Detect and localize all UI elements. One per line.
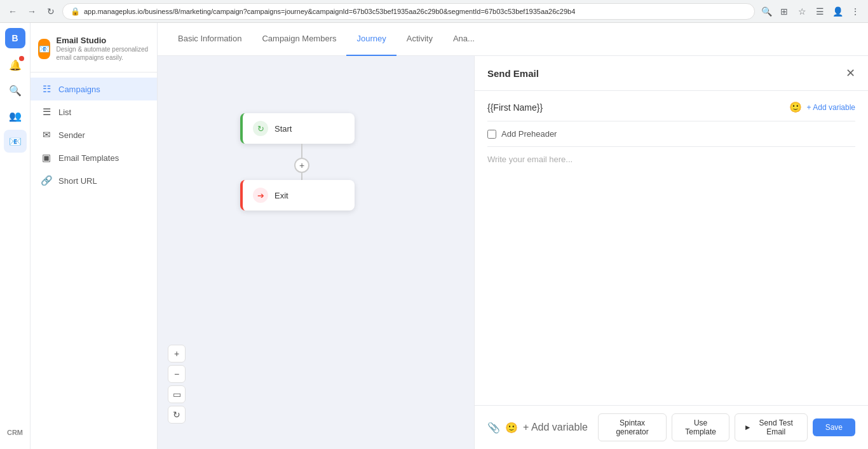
tab-activity[interactable]: Activity <box>397 23 443 56</box>
node-start[interactable]: ↻ Start <box>240 113 355 144</box>
sidebar-app-name: Email Studio <box>57 36 149 45</box>
sidebar: 📧 Email Studio Design & automate persona… <box>31 23 158 449</box>
refresh-button[interactable]: ↻ <box>168 406 186 424</box>
short-url-label: Short URL <box>58 176 97 186</box>
sidebar-item-sender[interactable]: ✉ Sender <box>31 123 157 146</box>
sidebar-item-short-url[interactable]: 🔗 Short URL <box>31 169 157 192</box>
bell-icon[interactable]: 🔔 <box>4 53 27 76</box>
start-node-icon: ↻ <box>253 121 268 136</box>
start-node-label: Start <box>275 124 292 134</box>
journey-canvas: ↻ Start + ➔ Exit + − <box>158 56 474 449</box>
panel-footer: 📎 🙂 + Add variable Spintax generator Use… <box>475 405 868 449</box>
emoji-icon[interactable]: 🙂 <box>789 101 802 113</box>
subject-actions: 🙂 + Add variable <box>789 101 855 113</box>
search-icon[interactable]: 🔍 <box>4 79 27 102</box>
emoji-footer-icon[interactable]: 🙂 <box>505 422 518 434</box>
send-test-email-button[interactable]: ► Send Test Email <box>735 413 808 441</box>
zoom-in-button[interactable]: + <box>168 345 186 363</box>
add-node-button[interactable]: + <box>294 158 309 173</box>
email-templates-icon: ▣ <box>41 152 52 163</box>
main-content: Basic Information Campaign Members Journ… <box>158 23 868 449</box>
campaigns-icon: ☷ <box>41 83 52 95</box>
menu-icon[interactable]: ⋮ <box>848 4 863 19</box>
preheader-label[interactable]: Add Preheader <box>501 129 557 139</box>
syntax-generator-button[interactable]: Spintax generator <box>598 413 667 441</box>
tab-analytics[interactable]: Ana... <box>443 23 485 56</box>
campaigns-label: Campaigns <box>58 85 100 94</box>
sidebar-logo: 📧 <box>38 39 50 59</box>
use-template-button[interactable]: Use Template <box>672 413 729 441</box>
sidebar-item-list[interactable]: ☰ List <box>31 100 157 123</box>
email-templates-label: Email Templates <box>58 153 119 163</box>
tab-campaign-members[interactable]: Campaign Members <box>252 23 346 56</box>
zoom-icon[interactable]: 🔍 <box>759 4 774 19</box>
icon-rail: B 🔔 🔍 👥 📧 CRM <box>0 23 31 449</box>
preheader-checkbox[interactable] <box>487 130 496 139</box>
tab-bar: Basic Information Campaign Members Journ… <box>158 23 868 56</box>
browser-bar: ← → ↻ 🔒 app.manageplus.io/business/8/mar… <box>0 0 868 23</box>
subject-input[interactable] <box>487 102 784 113</box>
zoom-controls: + − ▭ ↻ <box>168 345 186 424</box>
attachment-icon[interactable]: 📎 <box>487 422 500 434</box>
send-email-panel: Send Email ✕ 🙂 + Add variable <box>474 56 868 449</box>
add-variable-button[interactable]: + Add variable <box>807 103 855 112</box>
save-button[interactable]: Save <box>813 418 855 436</box>
panel-body: 🙂 + Add variable Add Preheader Write you… <box>475 91 868 405</box>
journey-flow: ↻ Start + ➔ Exit + − <box>158 56 474 449</box>
email-body-area[interactable]: Write your email here... <box>487 155 855 395</box>
list-icon: ☰ <box>41 106 52 118</box>
sidebar-item-email-templates[interactable]: ▣ Email Templates <box>31 146 157 169</box>
short-url-icon: 🔗 <box>41 175 52 186</box>
people-icon[interactable]: 👥 <box>4 104 27 127</box>
footer-add-variable-button[interactable]: + Add variable <box>523 422 588 433</box>
brand-icon[interactable]: B <box>5 28 25 48</box>
list-label: List <box>58 107 71 117</box>
email-body-placeholder: Write your email here... <box>487 155 573 164</box>
preheader-row: Add Preheader <box>487 129 855 147</box>
sidebar-app-desc: Design & automate personalized email cam… <box>57 45 149 62</box>
back-button[interactable]: ← <box>5 4 20 19</box>
close-icon[interactable]: ✕ <box>846 66 855 80</box>
tab-journey[interactable]: Journey <box>346 23 396 56</box>
sidebar-item-campaigns[interactable]: ☷ Campaigns <box>31 78 157 100</box>
subject-row: 🙂 + Add variable <box>487 101 855 121</box>
url-bar[interactable]: 🔒 app.manageplus.io/business/8/marketing… <box>62 3 755 20</box>
forward-button[interactable]: → <box>24 4 39 19</box>
profile-icon[interactable]: 👤 <box>830 4 845 19</box>
bookmark-list-icon[interactable]: ⊞ <box>776 4 792 19</box>
exit-node-icon: ➔ <box>253 188 268 203</box>
exit-node-label: Exit <box>275 191 288 200</box>
node-exit[interactable]: ➔ Exit <box>240 180 355 211</box>
sidebar-toggle-icon[interactable]: ☰ <box>812 4 827 19</box>
sender-label: Sender <box>58 130 85 140</box>
browser-actions: 🔍 ⊞ ☆ ☰ 👤 ⋮ <box>759 4 863 19</box>
fit-view-button[interactable]: ▭ <box>168 385 186 403</box>
reload-button[interactable]: ↻ <box>43 4 58 19</box>
sender-icon: ✉ <box>41 129 52 141</box>
panel-header: Send Email ✕ <box>475 56 868 91</box>
email-icon[interactable]: 📧 <box>4 130 27 153</box>
tab-basic-information[interactable]: Basic Information <box>168 23 252 56</box>
panel-title: Send Email <box>487 68 539 79</box>
url-text: app.manageplus.io/business/8/marketing/c… <box>84 8 575 15</box>
crm-icon[interactable]: CRM <box>4 421 27 444</box>
app-container: B 🔔 🔍 👥 📧 CRM 📧 Email Studio Design & au… <box>0 23 868 449</box>
zoom-out-button[interactable]: − <box>168 365 186 383</box>
send-icon: ► <box>744 423 752 432</box>
sidebar-header: 📧 Email Studio Design & automate persona… <box>31 31 157 73</box>
bookmark-icon[interactable]: ☆ <box>794 4 810 19</box>
